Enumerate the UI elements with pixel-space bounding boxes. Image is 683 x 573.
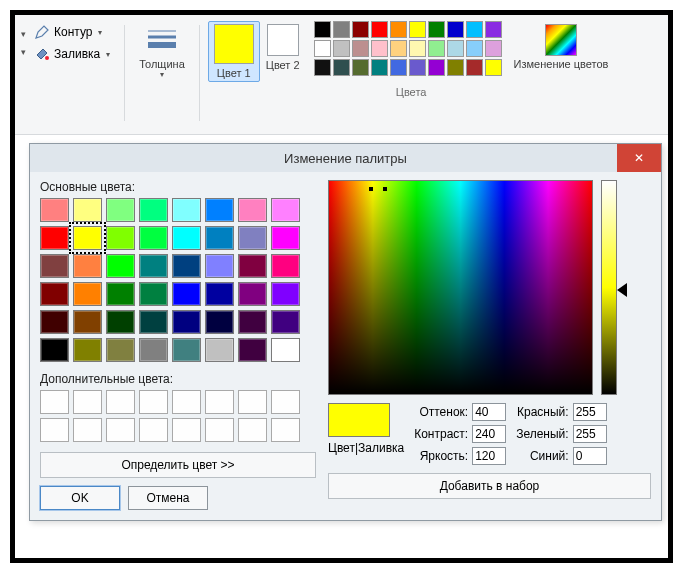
basic-swatch[interactable] [238, 254, 267, 278]
basic-swatch[interactable] [73, 338, 102, 362]
basic-swatch[interactable] [271, 338, 300, 362]
custom-swatch[interactable] [40, 418, 69, 442]
basic-swatch[interactable] [73, 310, 102, 334]
palette-swatch[interactable] [390, 21, 407, 38]
picker-cursor[interactable] [371, 177, 385, 191]
palette-swatch[interactable] [428, 40, 445, 57]
sat-input[interactable] [472, 425, 506, 443]
basic-swatch[interactable] [106, 282, 135, 306]
palette-swatch[interactable] [466, 21, 483, 38]
palette-swatch[interactable] [466, 59, 483, 76]
palette-swatch[interactable] [485, 40, 502, 57]
palette-swatch[interactable] [409, 59, 426, 76]
fill-button[interactable]: Заливка ▾ [32, 45, 112, 63]
color1-button[interactable]: Цвет 1 [208, 21, 260, 82]
palette-swatch[interactable] [371, 40, 388, 57]
basic-swatch[interactable] [139, 226, 168, 250]
basic-swatch[interactable] [73, 198, 102, 222]
palette-swatch[interactable] [314, 40, 331, 57]
palette-swatch[interactable] [352, 21, 369, 38]
basic-swatch[interactable] [271, 198, 300, 222]
palette-swatch[interactable] [485, 59, 502, 76]
red-input[interactable] [573, 403, 607, 421]
green-input[interactable] [573, 425, 607, 443]
custom-swatch[interactable] [139, 390, 168, 414]
blue-input[interactable] [573, 447, 607, 465]
basic-swatch[interactable] [139, 282, 168, 306]
basic-swatch[interactable] [238, 226, 267, 250]
lum-input[interactable] [472, 447, 506, 465]
basic-swatch[interactable] [139, 338, 168, 362]
custom-swatch[interactable] [40, 390, 69, 414]
custom-swatch[interactable] [238, 418, 267, 442]
custom-swatch[interactable] [106, 418, 135, 442]
basic-swatch[interactable] [271, 226, 300, 250]
titlebar[interactable]: Изменение палитры ✕ [30, 144, 661, 172]
palette-swatch[interactable] [409, 21, 426, 38]
basic-swatch[interactable] [40, 226, 69, 250]
custom-swatch[interactable] [205, 390, 234, 414]
basic-swatch[interactable] [271, 310, 300, 334]
palette-swatch[interactable] [390, 40, 407, 57]
basic-swatch[interactable] [172, 282, 201, 306]
basic-swatch[interactable] [238, 338, 267, 362]
custom-swatch[interactable] [106, 390, 135, 414]
hue-input[interactable] [472, 403, 506, 421]
custom-swatch[interactable] [172, 390, 201, 414]
basic-swatch[interactable] [205, 310, 234, 334]
basic-swatch[interactable] [106, 198, 135, 222]
basic-swatch[interactable] [205, 198, 234, 222]
basic-swatch[interactable] [238, 198, 267, 222]
palette-swatch[interactable] [314, 59, 331, 76]
basic-swatch[interactable] [271, 282, 300, 306]
color2-button[interactable]: Цвет 2 [260, 21, 306, 74]
palette-swatch[interactable] [447, 40, 464, 57]
custom-swatch[interactable] [73, 418, 102, 442]
basic-swatch[interactable] [238, 282, 267, 306]
palette-swatch[interactable] [485, 21, 502, 38]
custom-swatch[interactable] [139, 418, 168, 442]
custom-swatch[interactable] [205, 418, 234, 442]
outline-button[interactable]: Контур ▾ [32, 23, 112, 41]
palette-swatch[interactable] [314, 21, 331, 38]
dropdown-splitter-icon[interactable]: ▾ [21, 29, 26, 39]
palette-swatch[interactable] [447, 59, 464, 76]
basic-swatch[interactable] [205, 338, 234, 362]
basic-swatch[interactable] [172, 338, 201, 362]
basic-swatch[interactable] [106, 226, 135, 250]
basic-swatch[interactable] [106, 338, 135, 362]
basic-swatch[interactable] [40, 310, 69, 334]
ok-button[interactable]: OK [40, 486, 120, 510]
basic-swatch[interactable] [172, 226, 201, 250]
palette-swatch[interactable] [333, 40, 350, 57]
basic-swatch[interactable] [271, 254, 300, 278]
palette-swatch[interactable] [371, 21, 388, 38]
custom-swatch[interactable] [238, 390, 267, 414]
basic-swatch[interactable] [40, 254, 69, 278]
basic-swatch[interactable] [172, 254, 201, 278]
basic-swatch[interactable] [205, 282, 234, 306]
basic-swatch[interactable] [106, 310, 135, 334]
basic-swatch[interactable] [73, 254, 102, 278]
palette-swatch[interactable] [333, 59, 350, 76]
custom-swatch[interactable] [73, 390, 102, 414]
custom-swatch[interactable] [172, 418, 201, 442]
basic-swatch[interactable] [139, 310, 168, 334]
cancel-button[interactable]: Отмена [128, 486, 208, 510]
basic-swatch[interactable] [139, 198, 168, 222]
custom-swatch[interactable] [271, 390, 300, 414]
basic-swatch[interactable] [40, 198, 69, 222]
palette-swatch[interactable] [352, 59, 369, 76]
palette-swatch[interactable] [371, 59, 388, 76]
palette-swatch[interactable] [447, 21, 464, 38]
hue-sat-picker[interactable] [328, 180, 593, 395]
palette-swatch[interactable] [466, 40, 483, 57]
basic-swatch[interactable] [73, 226, 102, 250]
palette-swatch[interactable] [428, 21, 445, 38]
luminance-slider[interactable] [601, 180, 617, 395]
close-button[interactable]: ✕ [617, 144, 661, 172]
luminance-arrow[interactable] [617, 283, 627, 297]
basic-swatch[interactable] [238, 310, 267, 334]
basic-swatch[interactable] [40, 338, 69, 362]
dropdown-splitter-icon[interactable]: ▾ [21, 47, 26, 57]
